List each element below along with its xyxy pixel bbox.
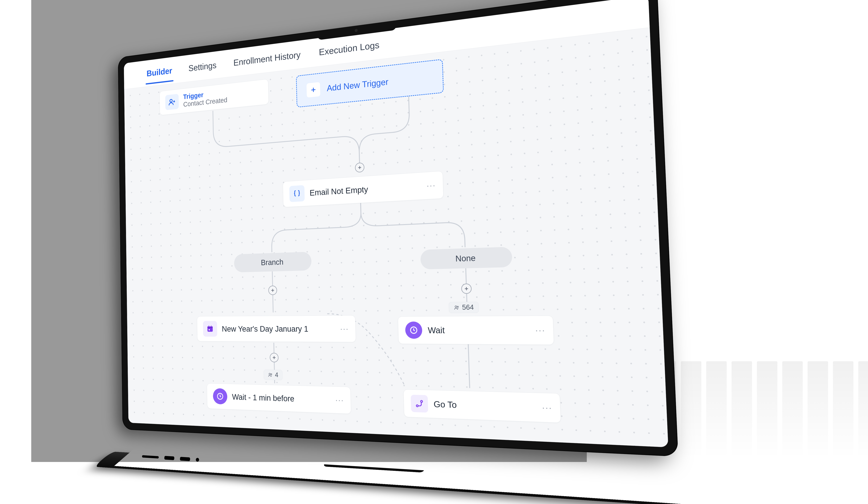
schedule-node[interactable]: New Year's Day January 1 ··· — [197, 316, 356, 342]
wait-node-right[interactable]: Wait ··· — [398, 316, 554, 345]
svg-rect-5 — [208, 326, 209, 327]
svg-point-12 — [416, 405, 418, 407]
svg-point-9 — [269, 373, 270, 374]
add-step-button-right[interactable] — [461, 284, 472, 294]
condition-node[interactable]: Email Not Empty ··· — [283, 171, 444, 207]
wait-node-left[interactable]: Wait - 1 min before ··· — [207, 383, 351, 414]
tab-builder[interactable]: Builder — [145, 59, 173, 85]
count-value: 564 — [462, 304, 474, 311]
svg-rect-4 — [207, 327, 213, 328]
add-trigger-label: Add New Trigger — [327, 77, 389, 93]
route-icon — [411, 395, 428, 413]
branch-pill-left[interactable]: Branch — [234, 251, 312, 272]
more-icon[interactable]: ··· — [340, 324, 349, 333]
user-plus-icon — [165, 94, 179, 110]
svg-point-10 — [271, 373, 272, 375]
wait-left-label: Wait - 1 min before — [232, 392, 294, 403]
enrollment-count-left: 4 — [264, 370, 283, 380]
svg-point-2 — [457, 306, 458, 307]
add-step-button-left[interactable] — [268, 286, 277, 295]
more-icon[interactable]: ··· — [535, 325, 546, 335]
tab-bar: Builder Settings Enrollment History Exec… — [124, 0, 650, 89]
plus-icon — [306, 82, 321, 98]
svg-rect-6 — [211, 326, 211, 327]
schedule-label: New Year's Day January 1 — [222, 324, 308, 333]
goto-label: Go To — [433, 399, 457, 410]
count-value: 4 — [275, 371, 278, 379]
clock-icon — [405, 321, 422, 339]
goto-node[interactable]: Go To ··· — [403, 389, 561, 423]
enrollment-count-right: 564 — [448, 302, 479, 313]
svg-point-1 — [455, 306, 457, 307]
app-screen: Builder Settings Enrollment History Exec… — [124, 0, 668, 448]
more-icon[interactable]: ··· — [426, 180, 436, 191]
calendar-icon — [203, 321, 217, 337]
laptop-mockup: Builder Settings Enrollment History Exec… — [118, 0, 680, 493]
svg-point-13 — [421, 401, 423, 402]
trigger-node[interactable]: Trigger Contact Created — [159, 79, 269, 115]
clock-icon — [213, 388, 227, 404]
braces-icon — [289, 185, 305, 202]
svg-rect-7 — [209, 329, 210, 330]
add-step-button-left-2[interactable] — [270, 353, 278, 362]
tab-settings[interactable]: Settings — [187, 53, 218, 80]
svg-point-0 — [170, 99, 172, 102]
wait-label: Wait — [428, 325, 445, 335]
branch-pill-right[interactable]: None — [420, 247, 513, 269]
more-icon[interactable]: ··· — [335, 395, 344, 405]
svg-point-8 — [410, 327, 417, 333]
workflow-canvas[interactable]: Trigger Contact Created Add New Trigger — [124, 28, 668, 448]
add-step-button[interactable] — [355, 162, 364, 173]
more-icon[interactable]: ··· — [542, 402, 552, 413]
condition-label: Email Not Empty — [310, 184, 368, 197]
